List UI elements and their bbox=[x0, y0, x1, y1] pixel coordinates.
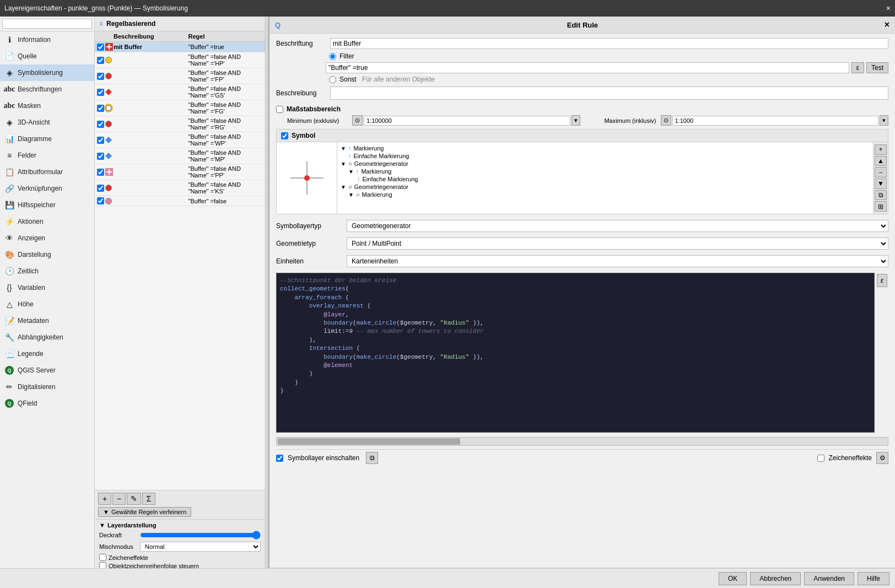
rule-row-3[interactable]: "Buffer" =false AND "Name" ='GS' bbox=[95, 84, 265, 100]
tree-item-1[interactable]: ↑ Einfache Markierung bbox=[339, 152, 871, 160]
sidebar-item-3d-ansicht[interactable]: ◈ 3D-Ansicht bbox=[0, 114, 94, 131]
tree-arrow-3[interactable]: ▼ bbox=[348, 169, 354, 175]
sidebar-item-qfield[interactable]: Q QField bbox=[0, 395, 94, 412]
rule-row-6[interactable]: "Buffer" =false AND "Name" ='WP' bbox=[95, 132, 265, 148]
code-editor[interactable]: --Schnittpunkt der beiden Kreise collect… bbox=[276, 273, 875, 433]
minimum-set-from-map-button[interactable]: ⊙ bbox=[352, 115, 363, 126]
rule-row-9[interactable]: "Buffer" =false AND "Name" ='KS' bbox=[95, 180, 265, 196]
window-close-button[interactable]: × bbox=[886, 4, 891, 13]
deckraft-slider[interactable] bbox=[140, 531, 261, 540]
zeicheneffekte-checkbox[interactable] bbox=[99, 554, 106, 561]
rule-check-4[interactable] bbox=[97, 105, 114, 112]
sidebar-item-digitalisieren[interactable]: ✏ Digitalisieren bbox=[0, 379, 94, 395]
symbollayertyp-select[interactable]: Geometriegenerator bbox=[347, 220, 888, 232]
sidebar-item-anzeigen[interactable]: 👁 Anzeigen bbox=[0, 230, 94, 246]
sidebar-item-metadaten[interactable]: 📝 Metadaten bbox=[0, 312, 94, 329]
tree-arrow-2[interactable]: ▼ bbox=[341, 161, 346, 167]
rule-check-1[interactable] bbox=[97, 57, 114, 64]
sidebar-item-beschriftungen[interactable]: abc Beschriftungen bbox=[0, 81, 94, 98]
sidebar-item-felder[interactable]: ≡ Felder bbox=[0, 147, 94, 164]
sidebar-item-qgis-server[interactable]: Q QGIS Server bbox=[0, 362, 94, 379]
expression-button[interactable]: ε bbox=[877, 274, 887, 287]
symbollayer-einschalten-checkbox[interactable] bbox=[276, 455, 283, 462]
symbol-copy-button[interactable]: ⧉ bbox=[875, 190, 887, 201]
sidebar-item-information[interactable]: ℹ Information bbox=[0, 31, 94, 48]
tree-arrow-5[interactable]: ▼ bbox=[341, 184, 346, 190]
rule-check-5[interactable] bbox=[97, 121, 114, 128]
rule-check-0[interactable] bbox=[97, 43, 114, 51]
filter-radio[interactable] bbox=[329, 53, 336, 60]
maximum-set-from-map-button[interactable]: ⊙ bbox=[661, 115, 671, 126]
main-hilfe-button[interactable]: Hilfe bbox=[858, 572, 889, 585]
tree-arrow-0[interactable]: ▼ bbox=[341, 145, 346, 152]
tree-item-4[interactable]: ↑ Einfache Markierung bbox=[339, 175, 871, 183]
maximum-dropdown-button[interactable]: ▾ bbox=[880, 115, 888, 126]
horizontal-scrollbar[interactable] bbox=[276, 437, 888, 446]
beschreibung-input[interactable] bbox=[330, 87, 888, 100]
symbol-paste-button[interactable]: ⊞ bbox=[875, 201, 887, 212]
sidebar-item-darstellung[interactable]: 🎨 Darstellung bbox=[0, 246, 94, 263]
sidebar-item-verknuepfungen[interactable]: 🔗 Verknüpfungen bbox=[0, 180, 94, 197]
rule-row-1[interactable]: "Buffer" =false AND "Name" ='HP' bbox=[95, 52, 265, 68]
sidebar-item-aktionen[interactable]: ⚡ Aktionen bbox=[0, 213, 94, 230]
rule-check-7[interactable] bbox=[97, 153, 114, 160]
rule-check-9[interactable] bbox=[97, 185, 114, 192]
rule-row-10[interactable]: "Buffer" =false bbox=[95, 196, 265, 206]
dialog-close-button[interactable]: × bbox=[885, 20, 889, 30]
main-anwenden-button[interactable]: Anwenden bbox=[804, 572, 854, 585]
symbollayer-copy-button[interactable]: ⧉ bbox=[366, 452, 378, 464]
rule-check-6[interactable] bbox=[97, 137, 114, 144]
rule-check-10[interactable] bbox=[97, 197, 114, 204]
sidebar-item-attributformular[interactable]: 📋 Attributformular bbox=[0, 164, 94, 180]
tree-item-6[interactable]: ▼ ○ Markierung bbox=[339, 191, 871, 198]
maximum-scale-input[interactable] bbox=[672, 116, 879, 126]
sigma-button[interactable]: Σ bbox=[142, 493, 155, 505]
zeicheneffekte-dialog-checkbox[interactable] bbox=[817, 455, 824, 462]
rule-row-2[interactable]: "Buffer" =false AND "Name" ='FP' bbox=[95, 68, 265, 84]
test-button[interactable]: Test bbox=[866, 62, 888, 73]
sidebar-item-quelle[interactable]: 📄 Quelle bbox=[0, 48, 94, 64]
mischmodus-select[interactable]: Normal bbox=[140, 542, 261, 552]
rule-row-4[interactable]: "Buffer" =false AND "Name" ='FG' bbox=[95, 100, 265, 116]
tree-arrow-6[interactable]: ▼ bbox=[348, 192, 354, 198]
massstabsbereich-checkbox[interactable] bbox=[276, 106, 283, 113]
symbol-add-button[interactable]: + bbox=[875, 144, 887, 155]
sidebar-item-abhaengigkeiten[interactable]: 🔧 Abhängigkeiten bbox=[0, 329, 94, 346]
refine-rules-button[interactable]: ▼ Gewählte Regeln verfeinern bbox=[98, 507, 191, 517]
edit-rule-button[interactable]: ✎ bbox=[127, 493, 141, 505]
filter-text-input[interactable] bbox=[326, 62, 849, 73]
beschriftung-input[interactable] bbox=[330, 38, 888, 49]
main-abbrechen-button[interactable]: Abbrechen bbox=[750, 572, 801, 585]
geometrietyp-select[interactable]: Point / MultiPoint bbox=[347, 238, 888, 250]
sidebar-item-diagramme[interactable]: 📊 Diagramme bbox=[0, 131, 94, 147]
tree-item-3[interactable]: ▼ ↑ Markierung bbox=[339, 168, 871, 175]
sidebar-item-hilfsspeicher[interactable]: 💾 Hilfsspeicher bbox=[0, 197, 94, 213]
rule-row-7[interactable]: "Buffer" =false AND "Name" ='MP' bbox=[95, 148, 265, 164]
symbol-enabled-checkbox[interactable] bbox=[281, 132, 288, 139]
einheiten-select[interactable]: Karteneinheiten bbox=[347, 255, 888, 267]
minimum-scale-input[interactable] bbox=[364, 116, 570, 126]
sidebar-search-input[interactable] bbox=[2, 19, 92, 29]
tree-item-5[interactable]: ▼ ○ Geometriegenerator bbox=[339, 183, 871, 191]
scrollbar-thumb[interactable] bbox=[278, 438, 887, 445]
rule-row-0[interactable]: mit Buffer "Buffer" =true bbox=[95, 42, 265, 52]
sidebar-item-variablen[interactable]: {} Variablen bbox=[0, 279, 94, 296]
add-rule-button[interactable]: + bbox=[98, 493, 111, 505]
symbol-up-button[interactable]: ▲ bbox=[875, 156, 887, 166]
sidebar-item-zeitlich[interactable]: 🕐 Zeitlich bbox=[0, 263, 94, 279]
symbol-remove-button[interactable]: − bbox=[875, 167, 887, 177]
rule-row-8[interactable]: "Buffer" =false AND "Name" ='PP' bbox=[95, 164, 265, 180]
sidebar-item-masken[interactable]: abc Masken bbox=[0, 98, 94, 114]
tree-item-0[interactable]: ▼ ↑ Markierung bbox=[339, 144, 871, 152]
sidebar-item-legende[interactable]: 📃 Legende bbox=[0, 346, 94, 362]
rule-check-8[interactable] bbox=[97, 168, 114, 176]
minimum-dropdown-button[interactable]: ▾ bbox=[571, 115, 580, 126]
main-ok-button[interactable]: OK bbox=[719, 572, 747, 585]
tree-item-2[interactable]: ▼ ○ Geometriegenerator bbox=[339, 160, 871, 168]
rule-check-2[interactable] bbox=[97, 73, 114, 80]
zeicheneffekte-settings-button[interactable]: ⚙ bbox=[876, 452, 888, 464]
epsilon-button[interactable]: ε bbox=[851, 62, 864, 73]
remove-rule-button[interactable]: − bbox=[112, 493, 126, 505]
sidebar-item-hoehe[interactable]: △ Höhe bbox=[0, 296, 94, 312]
symbol-down-button[interactable]: ▼ bbox=[875, 179, 887, 189]
